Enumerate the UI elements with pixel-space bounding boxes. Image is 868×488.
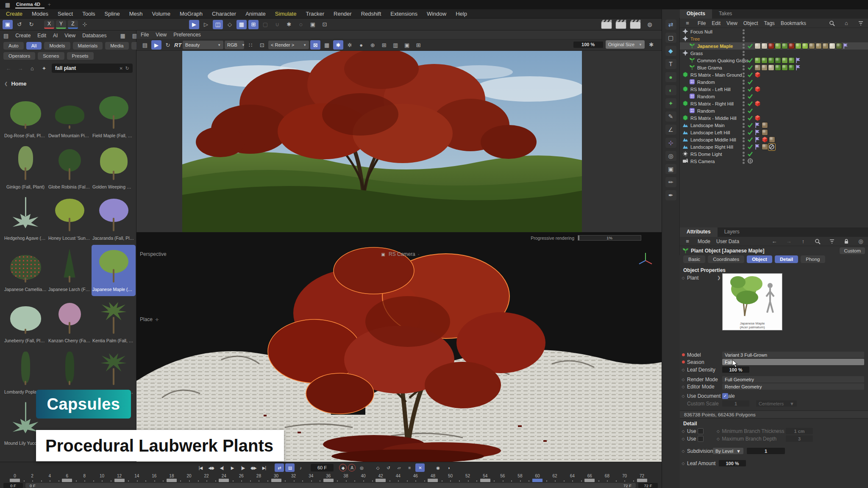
material-tag[interactable] [768,57,774,64]
zoom-field[interactable]: 100 % [573,42,603,48]
simulate-step-icon[interactable]: ▷ [201,20,211,29]
material-tag[interactable] [809,43,815,49]
material-tag[interactable] [762,122,768,128]
home-icon[interactable]: ⌂ [842,19,851,28]
annotation-tag-icon[interactable] [795,57,802,64]
object-menu-object[interactable]: Object [743,20,758,26]
subdivision-mode-dropdown[interactable]: By Level▼ [713,448,743,454]
attr-tab-detail[interactable]: Detail [775,255,798,263]
render-view-menu-view[interactable]: View [156,32,167,38]
material-tag[interactable] [788,43,795,49]
visibility-dots[interactable] [743,51,745,56]
menu-create[interactable]: Create [6,11,22,17]
axis-icon[interactable]: ⊹ [665,138,676,148]
autokey-toggle[interactable]: A [348,464,356,471]
enable-check-icon[interactable] [747,86,754,92]
attr-tab-basic[interactable]: Basic [683,255,705,263]
asset-item[interactable]: Field Maple (Fall, Plant) [92,91,136,142]
doc-mode-toggle[interactable]: ▤ [285,463,295,472]
visibility-dots[interactable] [743,137,745,142]
asset-item[interactable]: Honey Locust 'Sunbur... [47,194,92,245]
annotation-tag-icon[interactable] [843,43,849,50]
menu-mograph[interactable]: MoGraph [180,11,203,17]
lock-icon[interactable]: ⊠ [310,40,320,50]
lasso-icon[interactable]: ◌ [296,20,306,29]
asset-item[interactable]: Kentia Palm (Fall, Plant) [92,296,136,347]
prev-frame-button[interactable]: ◀| [217,463,226,472]
object-row[interactable]: Tree [680,35,868,42]
favorites-icon[interactable]: ✦ [40,64,48,72]
material-tag[interactable] [754,43,761,49]
volume-icon[interactable]: ◎ [665,151,676,161]
render-canvas[interactable]: 100 % Original Size▼ ✱ [136,51,662,232]
back-icon[interactable]: ← [4,64,13,72]
asset-item[interactable]: Japanese Larch (Fall, Pl... [47,245,92,296]
use-max-checkbox[interactable] [698,436,704,442]
menu-volume[interactable]: Volume [152,11,170,17]
season-dropdown[interactable]: Fall [722,359,864,365]
asset-item[interactable]: Juneberry (Fall, Plant) [3,296,47,347]
gear-icon[interactable]: ◎ [857,237,865,246]
snap-settings-icon[interactable]: ✱ [284,20,294,29]
pen-icon[interactable]: ✒ [665,190,676,200]
record-keyframe-button[interactable]: ◆ [339,464,347,471]
custom-button[interactable]: Custom [840,247,865,254]
interactive-render-icon[interactable]: ◍ [644,20,656,29]
redshift-tag-icon[interactable] [762,136,768,143]
jump-end-button[interactable]: ▶| [259,463,269,472]
editor-mode-dropdown[interactable]: Render Geometry [722,383,864,390]
keyframe-marker[interactable] [428,479,438,482]
cloth-icon[interactable]: ◫ [213,20,223,29]
dot-grid-icon[interactable]: ∷ [245,40,256,50]
record-pla-toggle[interactable]: ✕ [415,463,425,472]
object-row[interactable]: Common Quaking Grass [680,57,868,64]
enable-check-icon[interactable] [747,108,754,114]
render-view-menu-file[interactable]: File [141,32,149,38]
visibility-dots[interactable] [743,72,745,78]
grid-icon[interactable]: ▦ [322,40,332,50]
object-menu-view[interactable]: View [726,20,737,26]
tab-attributes[interactable]: Attributes [680,227,718,237]
filter-models[interactable]: Models [44,42,70,50]
object-menu-bookmarks[interactable]: Bookmarks [781,20,806,26]
render-mode-dropdown[interactable]: Full Geometry [722,376,864,383]
lock-icon[interactable] [842,237,851,246]
menu-help[interactable]: Help [456,11,467,17]
plane-icon[interactable]: ▢ [665,33,676,43]
enable-check-icon[interactable] [747,72,754,78]
tab-takes[interactable]: Takes [712,9,739,19]
material-tag[interactable] [761,43,768,49]
render-picture-viewer-icon[interactable] [615,20,627,29]
back-icon[interactable]: ← [770,237,779,246]
play-icon[interactable]: ▶ [151,40,161,50]
magnet-icon[interactable]: ∪ [272,20,282,29]
menu-character[interactable]: Character [212,11,236,17]
object-row[interactable]: Landscape Main [680,122,868,129]
grid-snap-icon[interactable]: ▦ [236,20,247,29]
circle-dropdown-icon[interactable]: ● [356,40,366,50]
compositing-tag-icon[interactable] [768,144,775,150]
enable-check-icon[interactable] [747,151,754,157]
object-row[interactable]: Random [680,107,868,114]
quantize-icon[interactable]: ⊞ [248,20,259,29]
axis-tool-icon[interactable]: ⊹ [80,20,90,29]
panel-menu-icon[interactable]: ≡ [683,19,692,28]
field-icon[interactable]: ✦ [665,98,676,108]
menu-select[interactable]: Select [58,11,73,17]
snapshot-b-icon[interactable]: ✲ [345,40,355,50]
keyframe-marker[interactable] [584,479,595,482]
object-menu-tags[interactable]: Tags [764,20,775,26]
menu-tracker[interactable]: Tracker [306,11,324,17]
asset-item[interactable]: Ginkgo (Fall, Plant) [3,142,47,194]
material-tag[interactable] [762,144,768,150]
cube-icon[interactable]: ◆ [665,46,676,56]
up-icon[interactable]: ↑ [799,237,807,246]
asset-item[interactable]: Dwarf Mountain Pine (... [47,91,92,142]
menu-modes[interactable]: Modes [32,11,48,17]
material-tag[interactable] [829,43,835,49]
image-add-icon[interactable]: ⊞ [413,40,423,50]
asset-menu-ai[interactable]: AI [53,33,58,39]
text-icon[interactable]: T [665,59,676,69]
material-tag[interactable] [762,129,768,136]
next-key-button[interactable]: ◆▶ [249,463,258,472]
